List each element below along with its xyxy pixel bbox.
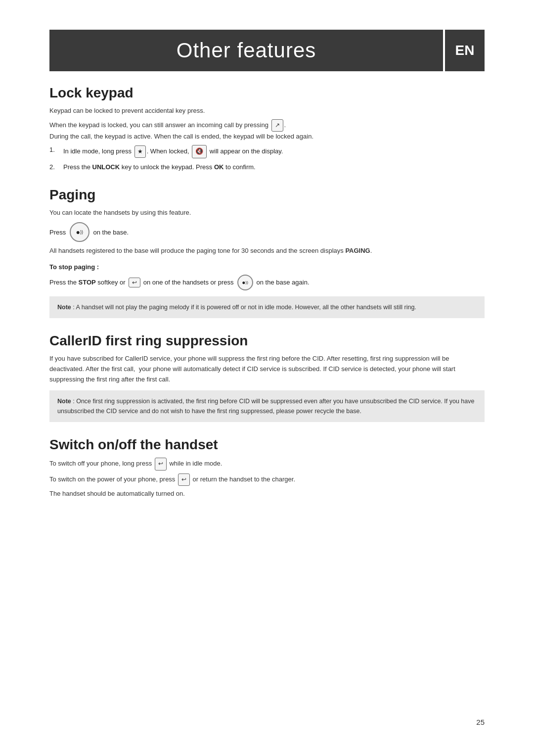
callerid-note-box: Note : Once first ring suppression is ac… [49, 390, 485, 422]
paging-description: All handsets registered to the base will… [49, 246, 485, 256]
section-callerid: CallerID first ring suppression If you h… [49, 333, 485, 422]
chapter-header: Other features EN [49, 30, 485, 71]
paging-note-box: Note : A handset will not play the pagin… [49, 296, 485, 318]
page: Other features EN Lock keypad Keypad can… [0, 0, 534, 756]
end-key-icon-2: ↩ [178, 473, 190, 486]
chapter-title: Other features [177, 39, 316, 62]
paging-para1: You can locate the handsets by using thi… [49, 208, 485, 218]
callerid-title: CallerID first ring suppression [49, 333, 485, 349]
lock-step-1: 1. In idle mode, long press ★. When lock… [49, 145, 485, 158]
page-number: 25 [476, 718, 485, 726]
chapter-title-box: Other features [49, 30, 443, 71]
mute-display-icon: 🔇 [192, 145, 207, 158]
section-paging: Paging You can locate the handsets by us… [49, 187, 485, 318]
section-switch-handset: Switch on/off the handset To switch off … [49, 437, 485, 499]
chapter-lang: EN [455, 43, 475, 58]
lock-keypad-para1: Keypad can be locked to prevent accident… [49, 106, 485, 116]
switch-para3: The handset should be automatically turn… [49, 489, 485, 499]
paging-base-button: ●)) [70, 222, 89, 242]
paging-press-line: Press ●)) on the base. [49, 222, 485, 242]
callerid-para1: If you have subscribed for CallerID serv… [49, 354, 485, 384]
switch-para2: To switch on the power of your phone, pr… [49, 473, 485, 486]
lock-step-2: 2. Press the UNLOCK key to unlock the ke… [49, 162, 485, 173]
paging-title: Paging [49, 187, 485, 203]
end-key-icon-1: ↩ [155, 458, 167, 470]
star-key-icon: ★ [134, 145, 146, 158]
back-key-icon: ↩ [129, 278, 140, 287]
lock-keypad-title: Lock keypad [49, 85, 485, 101]
chapter-lang-box: EN [445, 30, 485, 71]
lock-keypad-para2: When the keypad is locked, you can still… [49, 119, 485, 142]
section-lock-keypad: Lock keypad Keypad can be locked to prev… [49, 85, 485, 172]
paging-base-button-small: ●)) [237, 275, 253, 290]
stop-paging-line: Press the STOP softkey or ↩ on one of th… [49, 275, 485, 290]
switch-handset-title: Switch on/off the handset [49, 437, 485, 453]
switch-para1: To switch off your phone, long press ↩ w… [49, 458, 485, 470]
phone-answer-icon: ↗ [271, 119, 283, 132]
stop-paging-label: To stop paging : [49, 263, 485, 271]
